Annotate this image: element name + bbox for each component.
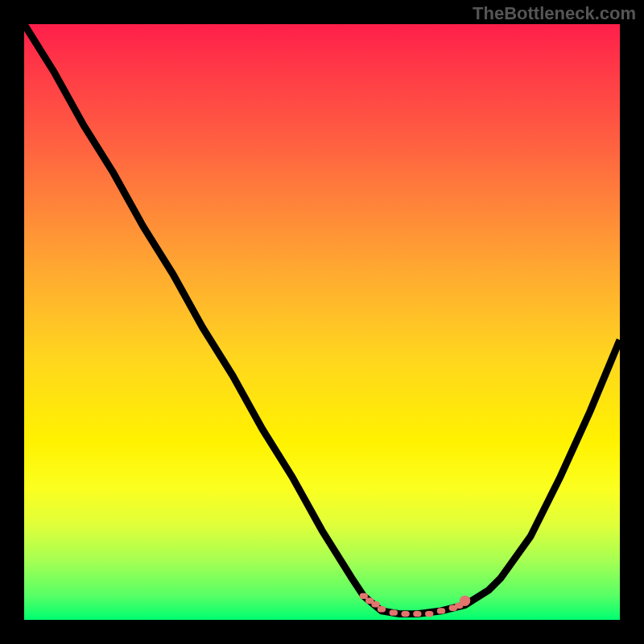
chart-area — [24, 24, 620, 620]
optimal-marker-end-dot — [460, 596, 470, 606]
watermark-text: TheBottleneck.com — [473, 3, 636, 24]
optimal-marker — [378, 606, 386, 612]
optimal-marker — [401, 611, 409, 617]
curve-svg — [24, 24, 620, 620]
optimal-marker — [425, 611, 433, 617]
optimal-marker — [437, 608, 445, 613]
optimal-marker — [371, 601, 379, 607]
optimal-marker — [413, 611, 421, 617]
optimal-marker-group — [360, 593, 471, 617]
optimal-marker — [390, 609, 398, 615]
bottleneck-curve-path — [24, 24, 620, 614]
optimal-marker — [360, 593, 368, 599]
